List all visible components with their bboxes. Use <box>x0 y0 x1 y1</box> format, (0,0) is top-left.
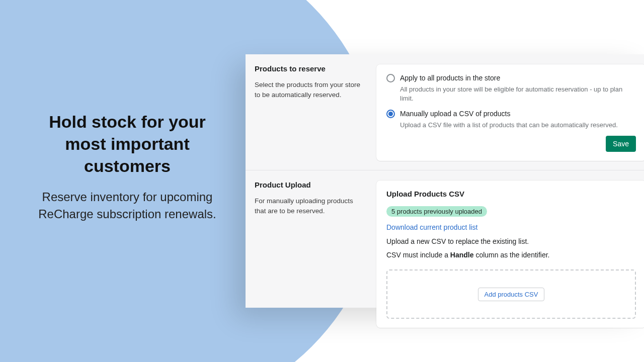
handle-bold: Handle <box>450 251 474 259</box>
section-products-to-reserve: Products to reserve Select the products … <box>246 54 644 161</box>
reserve-options-card: Apply to all products in the store All p… <box>376 64 644 161</box>
app-panel: Products to reserve Select the products … <box>246 54 644 308</box>
section-product-upload: Product Upload For manually uploading pr… <box>246 170 644 328</box>
headline-title: Hold stock for your most important custo… <box>27 111 228 177</box>
csv-dropzone[interactable]: Add products CSV <box>386 269 636 319</box>
upload-products-card: Upload Products CSV 5 products previousl… <box>376 180 644 328</box>
add-products-csv-button[interactable]: Add products CSV <box>478 288 545 301</box>
replace-instruction: Upload a new CSV to replace the existing… <box>386 236 636 247</box>
handle-instruction: CSV must include a Handle column as the … <box>386 250 636 260</box>
section1-description: Select the products from your store to b… <box>255 80 366 100</box>
radio-upload-csv-label: Manually upload a CSV of products <box>400 109 510 119</box>
radio-all-products-label: Apply to all products in the store <box>400 73 500 83</box>
section-left: Products to reserve Select the products … <box>255 64 366 161</box>
section2-title: Product Upload <box>255 180 366 189</box>
save-button[interactable]: Save <box>606 136 636 152</box>
status-badge: 5 products previously uploaded <box>386 206 487 217</box>
section-left: Product Upload For manually uploading pr… <box>255 180 366 328</box>
download-product-list-link[interactable]: Download current product list <box>386 223 477 231</box>
headline-subtitle: Reserve inventory for upcoming ReCharge … <box>27 189 228 224</box>
section1-title: Products to reserve <box>255 64 366 73</box>
headline-block: Hold stock for your most important custo… <box>27 111 228 223</box>
radio-icon <box>386 110 395 118</box>
radio-all-products-sub: All products in your store will be eligi… <box>400 85 636 103</box>
handle-prefix: CSV must include a <box>386 251 450 259</box>
radio-all-products[interactable]: Apply to all products in the store <box>386 73 636 83</box>
radio-upload-csv[interactable]: Manually upload a CSV of products <box>386 109 636 119</box>
handle-suffix: column as the identifier. <box>474 251 550 259</box>
section2-description: For manually uploading products that are… <box>255 196 366 216</box>
upload-card-title: Upload Products CSV <box>386 190 636 198</box>
radio-icon <box>386 74 395 82</box>
radio-upload-csv-sub: Upload a CSV file with a list of product… <box>400 121 636 130</box>
card-actions: Save <box>386 136 636 152</box>
